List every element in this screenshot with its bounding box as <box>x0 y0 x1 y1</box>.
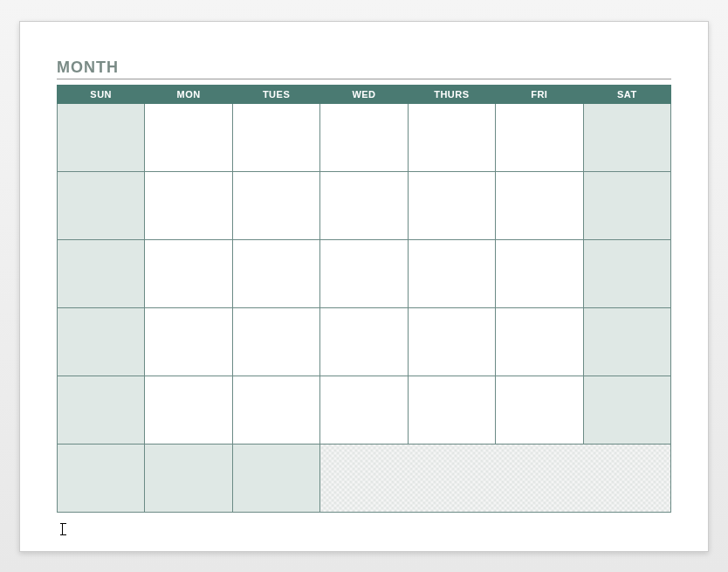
calendar-cell[interactable] <box>320 239 408 307</box>
calendar-row <box>58 239 671 307</box>
calendar-cell[interactable] <box>145 307 232 376</box>
calendar-grid: SUN MON TUES WED THURS FRI SAT <box>57 85 671 513</box>
calendar-cell[interactable] <box>232 239 319 307</box>
calendar-cell[interactable] <box>232 307 319 376</box>
calendar-cell[interactable] <box>145 103 232 171</box>
calendar-cell[interactable] <box>58 239 145 307</box>
calendar-cell[interactable] <box>408 239 495 307</box>
calendar-cell[interactable] <box>408 376 495 444</box>
day-header-sun: SUN <box>58 85 145 103</box>
calendar-cell[interactable] <box>408 307 495 376</box>
calendar-cell[interactable] <box>408 171 495 239</box>
day-header-tues: TUES <box>232 85 319 103</box>
calendar-cell[interactable] <box>320 307 408 376</box>
calendar-cell[interactable] <box>145 444 232 512</box>
calendar-row <box>58 376 671 444</box>
calendar-cell[interactable] <box>408 103 495 171</box>
calendar-cell[interactable] <box>496 307 583 376</box>
notes-area[interactable] <box>320 444 671 512</box>
day-header-mon: MON <box>145 85 232 103</box>
calendar-cell[interactable] <box>583 307 670 376</box>
calendar-row <box>58 307 671 376</box>
month-title: MONTH <box>57 59 671 77</box>
calendar-cell[interactable] <box>583 103 670 171</box>
text-cursor-icon <box>62 523 63 535</box>
calendar-row <box>58 444 671 512</box>
calendar-body <box>58 103 671 512</box>
calendar-row <box>58 103 671 171</box>
day-header-wed: WED <box>320 85 408 103</box>
calendar-cell[interactable] <box>232 171 319 239</box>
calendar-cell[interactable] <box>232 444 319 512</box>
calendar-cell[interactable] <box>232 376 319 444</box>
day-header-fri: FRI <box>496 85 583 103</box>
calendar-cell[interactable] <box>145 376 232 444</box>
calendar-cell[interactable] <box>320 376 408 444</box>
calendar-cell[interactable] <box>232 103 319 171</box>
calendar-cell[interactable] <box>583 239 670 307</box>
day-header-sat: SAT <box>583 85 670 103</box>
calendar-cell[interactable] <box>320 103 408 171</box>
calendar-cell[interactable] <box>496 239 583 307</box>
calendar-cell[interactable] <box>58 171 145 239</box>
calendar-cell[interactable] <box>58 307 145 376</box>
calendar-cell[interactable] <box>583 376 670 444</box>
calendar-cell[interactable] <box>496 171 583 239</box>
calendar-header-row: SUN MON TUES WED THURS FRI SAT <box>58 85 671 103</box>
calendar-cell[interactable] <box>145 171 232 239</box>
day-header-thurs: THURS <box>408 85 495 103</box>
calendar-cell[interactable] <box>496 103 583 171</box>
calendar-row <box>58 171 671 239</box>
document-page: MONTH SUN MON TUES WED THURS FRI SAT <box>19 21 709 552</box>
title-underline <box>57 79 671 79</box>
calendar-cell[interactable] <box>496 376 583 444</box>
calendar-cell[interactable] <box>320 171 408 239</box>
calendar-cell[interactable] <box>583 171 670 239</box>
calendar-cell[interactable] <box>58 376 145 444</box>
calendar-cell[interactable] <box>145 239 232 307</box>
calendar-cell[interactable] <box>58 103 145 171</box>
calendar-cell[interactable] <box>58 444 145 512</box>
